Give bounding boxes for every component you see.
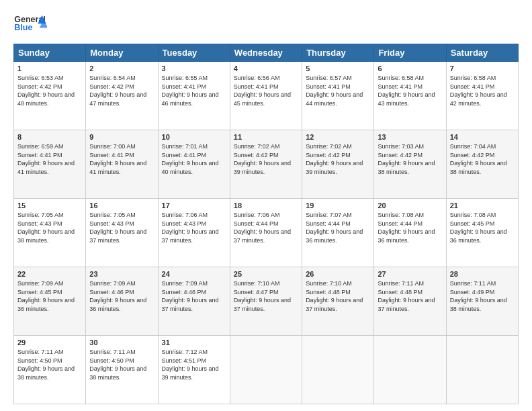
- day-info: Sunrise: 7:09 AMSunset: 4:45 PMDaylight:…: [17, 279, 82, 313]
- day-info: Sunrise: 7:05 AMSunset: 4:43 PMDaylight:…: [17, 211, 82, 244]
- day-number: 31: [162, 338, 226, 347]
- day-number: 8: [17, 133, 82, 141]
- day-number: 30: [89, 338, 154, 347]
- weekday-header-row: SundayMondayTuesdayWednesdayThursdayFrid…: [14, 44, 519, 62]
- weekday-tuesday: Tuesday: [158, 44, 230, 62]
- day-info: Sunrise: 7:11 AMSunset: 4:50 PMDaylight:…: [17, 348, 82, 381]
- day-info: Sunrise: 6:58 AMSunset: 4:41 PMDaylight:…: [450, 74, 515, 107]
- day-info: Sunrise: 6:53 AMSunset: 4:42 PMDaylight:…: [17, 74, 82, 107]
- calendar-cell: 6Sunrise: 6:58 AMSunset: 4:41 PMDaylight…: [374, 62, 446, 130]
- day-number: 27: [378, 270, 442, 278]
- day-info: Sunrise: 7:11 AMSunset: 4:48 PMDaylight:…: [378, 279, 442, 313]
- day-number: 6: [378, 64, 442, 73]
- calendar-cell: 29Sunrise: 7:11 AMSunset: 4:50 PMDayligh…: [14, 336, 86, 404]
- day-number: 5: [306, 64, 370, 73]
- day-info: Sunrise: 7:01 AMSunset: 4:41 PMDaylight:…: [162, 142, 226, 176]
- day-number: 4: [234, 64, 298, 73]
- calendar-cell: 26Sunrise: 7:10 AMSunset: 4:48 PMDayligh…: [302, 267, 374, 336]
- calendar-cell: 4Sunrise: 6:56 AMSunset: 4:41 PMDaylight…: [230, 62, 302, 130]
- calendar-cell: 19Sunrise: 7:07 AMSunset: 4:44 PMDayligh…: [302, 199, 374, 267]
- weekday-thursday: Thursday: [302, 44, 374, 62]
- day-number: 2: [89, 64, 154, 73]
- calendar-cell: 1Sunrise: 6:53 AMSunset: 4:42 PMDaylight…: [14, 62, 86, 130]
- week-row-2: 8Sunrise: 6:59 AMSunset: 4:41 PMDaylight…: [14, 130, 519, 199]
- calendar-cell: 17Sunrise: 7:06 AMSunset: 4:43 PMDayligh…: [158, 199, 230, 267]
- day-info: Sunrise: 7:08 AMSunset: 4:44 PMDaylight:…: [378, 211, 442, 244]
- calendar-cell: [374, 336, 446, 404]
- day-info: Sunrise: 6:59 AMSunset: 4:41 PMDaylight:…: [17, 142, 82, 176]
- day-number: 25: [234, 270, 298, 278]
- day-info: Sunrise: 7:05 AMSunset: 4:43 PMDaylight:…: [89, 211, 154, 244]
- day-number: 15: [17, 201, 82, 210]
- logo-area: General Blue: [13, 10, 47, 37]
- calendar-cell: 23Sunrise: 7:09 AMSunset: 4:46 PMDayligh…: [86, 267, 158, 336]
- day-number: 10: [162, 133, 226, 141]
- week-row-3: 15Sunrise: 7:05 AMSunset: 4:43 PMDayligh…: [14, 199, 519, 267]
- calendar-cell: 20Sunrise: 7:08 AMSunset: 4:44 PMDayligh…: [374, 199, 446, 267]
- day-number: 12: [306, 133, 370, 141]
- calendar-cell: 12Sunrise: 7:02 AMSunset: 4:42 PMDayligh…: [302, 130, 374, 199]
- day-info: Sunrise: 7:10 AMSunset: 4:47 PMDaylight:…: [234, 279, 298, 313]
- day-number: 26: [306, 270, 370, 278]
- day-number: 16: [89, 201, 154, 210]
- day-info: Sunrise: 7:08 AMSunset: 4:45 PMDaylight:…: [450, 211, 515, 244]
- day-info: Sunrise: 7:06 AMSunset: 4:44 PMDaylight:…: [234, 211, 298, 244]
- day-number: 22: [17, 270, 82, 278]
- day-number: 28: [450, 270, 515, 278]
- day-number: 3: [162, 64, 226, 73]
- calendar-cell: 7Sunrise: 6:58 AMSunset: 4:41 PMDaylight…: [446, 62, 518, 130]
- page: General Blue SundayMondayTuesdayWednesda…: [0, 0, 532, 411]
- day-info: Sunrise: 7:02 AMSunset: 4:42 PMDaylight:…: [306, 142, 370, 176]
- week-row-1: 1Sunrise: 6:53 AMSunset: 4:42 PMDaylight…: [14, 62, 519, 130]
- day-number: 14: [450, 133, 515, 141]
- day-number: 9: [89, 133, 154, 141]
- weekday-friday: Friday: [374, 44, 446, 62]
- calendar-cell: 3Sunrise: 6:55 AMSunset: 4:41 PMDaylight…: [158, 62, 230, 130]
- header: General Blue: [13, 10, 519, 37]
- day-info: Sunrise: 7:09 AMSunset: 4:46 PMDaylight:…: [89, 279, 154, 313]
- day-info: Sunrise: 6:58 AMSunset: 4:41 PMDaylight:…: [378, 74, 442, 107]
- day-number: 17: [162, 201, 226, 210]
- week-row-4: 22Sunrise: 7:09 AMSunset: 4:45 PMDayligh…: [14, 267, 519, 336]
- calendar-cell: 28Sunrise: 7:11 AMSunset: 4:49 PMDayligh…: [446, 267, 518, 336]
- calendar-table: SundayMondayTuesdayWednesdayThursdayFrid…: [13, 44, 519, 404]
- day-info: Sunrise: 6:56 AMSunset: 4:41 PMDaylight:…: [234, 74, 298, 107]
- day-number: 13: [378, 133, 442, 141]
- weekday-sunday: Sunday: [14, 44, 86, 62]
- calendar-cell: [230, 336, 302, 404]
- day-info: Sunrise: 7:02 AMSunset: 4:42 PMDaylight:…: [234, 142, 298, 176]
- calendar-cell: 31Sunrise: 7:12 AMSunset: 4:51 PMDayligh…: [158, 336, 230, 404]
- calendar-cell: 13Sunrise: 7:03 AMSunset: 4:42 PMDayligh…: [374, 130, 446, 199]
- calendar-cell: 2Sunrise: 6:54 AMSunset: 4:42 PMDaylight…: [86, 62, 158, 130]
- day-info: Sunrise: 7:07 AMSunset: 4:44 PMDaylight:…: [306, 211, 370, 244]
- day-info: Sunrise: 7:11 AMSunset: 4:49 PMDaylight:…: [450, 279, 515, 313]
- calendar-cell: 14Sunrise: 7:04 AMSunset: 4:42 PMDayligh…: [446, 130, 518, 199]
- day-info: Sunrise: 7:04 AMSunset: 4:42 PMDaylight:…: [450, 142, 515, 176]
- weekday-monday: Monday: [86, 44, 158, 62]
- day-number: 19: [306, 201, 370, 210]
- calendar-cell: 10Sunrise: 7:01 AMSunset: 4:41 PMDayligh…: [158, 130, 230, 199]
- calendar-cell: [302, 336, 374, 404]
- calendar-cell: 16Sunrise: 7:05 AMSunset: 4:43 PMDayligh…: [86, 199, 158, 267]
- calendar-cell: 22Sunrise: 7:09 AMSunset: 4:45 PMDayligh…: [14, 267, 86, 336]
- calendar-cell: 15Sunrise: 7:05 AMSunset: 4:43 PMDayligh…: [14, 199, 86, 267]
- calendar-cell: 11Sunrise: 7:02 AMSunset: 4:42 PMDayligh…: [230, 130, 302, 199]
- day-number: 24: [162, 270, 226, 278]
- calendar-cell: 21Sunrise: 7:08 AMSunset: 4:45 PMDayligh…: [446, 199, 518, 267]
- day-number: 11: [234, 133, 298, 141]
- calendar-cell: [446, 336, 518, 404]
- calendar-body: 1Sunrise: 6:53 AMSunset: 4:42 PMDaylight…: [14, 62, 519, 404]
- day-number: 23: [89, 270, 154, 278]
- day-info: Sunrise: 7:06 AMSunset: 4:43 PMDaylight:…: [162, 211, 226, 244]
- weekday-saturday: Saturday: [446, 44, 518, 62]
- day-number: 21: [450, 201, 515, 210]
- day-info: Sunrise: 6:55 AMSunset: 4:41 PMDaylight:…: [162, 74, 226, 107]
- day-number: 18: [234, 201, 298, 210]
- day-number: 1: [17, 64, 82, 73]
- day-info: Sunrise: 6:54 AMSunset: 4:42 PMDaylight:…: [89, 74, 154, 107]
- logo-svg: General Blue: [13, 10, 47, 37]
- calendar-cell: 18Sunrise: 7:06 AMSunset: 4:44 PMDayligh…: [230, 199, 302, 267]
- day-info: Sunrise: 7:00 AMSunset: 4:41 PMDaylight:…: [89, 142, 154, 176]
- calendar-cell: 25Sunrise: 7:10 AMSunset: 4:47 PMDayligh…: [230, 267, 302, 336]
- calendar-cell: 5Sunrise: 6:57 AMSunset: 4:41 PMDaylight…: [302, 62, 374, 130]
